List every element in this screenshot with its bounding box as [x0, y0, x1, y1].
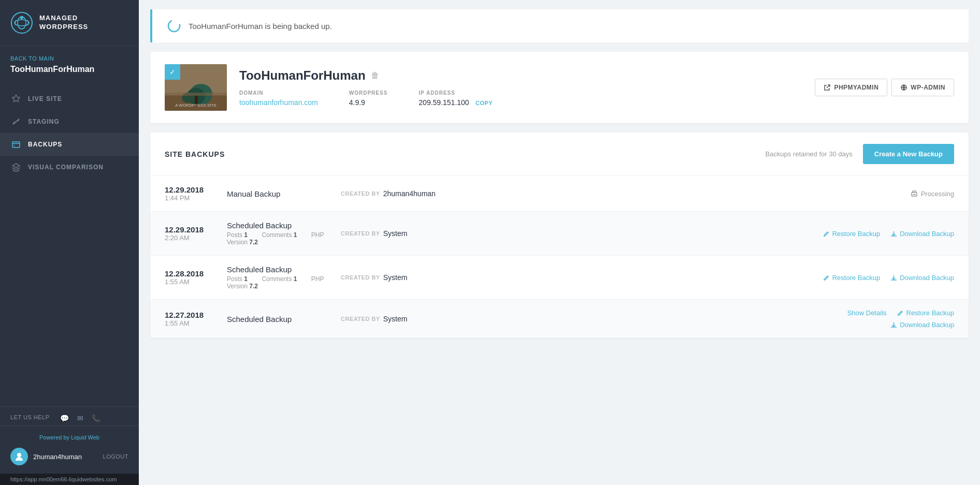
backup-actions-row-2: Restore Backup Download Backup — [823, 230, 954, 238]
svg-point-6 — [167, 19, 181, 33]
backup-date-main-1: 12.29.2018 — [165, 185, 227, 194]
backup-date-main-2: 12.29.2018 — [165, 225, 227, 234]
help-row: LET US HELP 💬 ✉ 📞 — [0, 406, 139, 425]
sidebar: MANAGED WORDPRESS BACK TO MAIN TooHumanF… — [0, 0, 139, 485]
trash-icon[interactable]: 🗑 — [371, 71, 379, 80]
restore-backup-button-4[interactable]: Restore Backup — [897, 309, 955, 317]
created-by-value-4: System — [383, 315, 408, 323]
wpadmin-button[interactable]: WP-ADMIN — [891, 79, 954, 96]
email-icon[interactable]: ✉ — [77, 414, 83, 422]
download-backup-button-4[interactable]: Download Backup — [890, 321, 954, 329]
site-title: TooHumanForHuman — [239, 68, 366, 83]
edit-icon — [823, 230, 830, 237]
logo-icon — [10, 11, 33, 34]
backup-date-1: 12.29.2018 1:44 PM — [165, 185, 227, 202]
site-meta: DOMAIN toohumanforhuman.com WORDPRESS 4.… — [239, 90, 802, 107]
chat-icon[interactable]: 💬 — [60, 414, 69, 422]
created-by-label-3: CREATED BY — [341, 274, 380, 281]
created-by-label-2: CREATED BY — [341, 230, 380, 237]
backup-date-time-1: 1:44 PM — [165, 194, 227, 202]
wordpress-label: WORDPRESS — [349, 90, 388, 96]
restore-backup-button-2[interactable]: Restore Backup — [823, 230, 881, 238]
sidebar-item-visual-comparison-label: VISUAL COMPARISON — [28, 164, 104, 171]
created-by-label-4: CREATED BY — [341, 316, 380, 322]
backup-created-col-4: CREATED BY System — [341, 315, 847, 323]
backups-header-right: Backups retained for 30 days Create a Ne… — [765, 144, 954, 164]
phpmyadmin-button[interactable]: PHPMYADMIN — [815, 79, 887, 96]
sidebar-nav: LIVE SITE STAGING BACKUPS — [0, 83, 139, 406]
site-thumbnail: ✓ A WORDPRESS SITE — [165, 64, 227, 111]
processing-label: Processing — [911, 190, 954, 198]
user-row: 2human4human LOGOUT — [10, 448, 128, 465]
back-to-main-link[interactable]: BACK TO MAIN — [0, 46, 139, 64]
ip-label: IP ADDRESS — [419, 90, 493, 96]
sidebar-item-backups[interactable]: BACKUPS — [0, 133, 139, 156]
sidebar-item-staging-label: STAGING — [28, 118, 60, 125]
phone-icon[interactable]: 📞 — [92, 414, 100, 422]
backup-date-3: 12.28.2018 1:55 AM — [165, 269, 227, 286]
backup-created-col-1: CREATED BY 2human4human — [341, 189, 911, 198]
wordpress-site-label: A WORDPRESS SITE — [175, 103, 217, 108]
backups-icon — [11, 140, 21, 149]
sidebar-item-live-site[interactable]: LIVE SITE — [0, 87, 139, 110]
show-details-button-4[interactable]: Show Details — [847, 309, 887, 317]
created-by-value-1: 2human4human — [383, 189, 436, 198]
backup-row: 12.27.2018 1:55 AM Scheduled Backup CREA… — [150, 300, 969, 338]
help-label: LET US HELP — [10, 414, 50, 422]
backup-meta-small-2: Posts 1 Comments 1 PHP Version 7.2 — [227, 231, 341, 246]
download-backup-button-2[interactable]: Download Backup — [890, 230, 954, 238]
powered-by-text: Powered by Liquid Web — [10, 434, 128, 440]
backup-actions-row-4b: Download Backup — [890, 321, 954, 329]
backup-created-col-2: CREATED BY System — [341, 229, 823, 238]
backup-type-2: Scheduled Backup — [227, 221, 341, 230]
sidebar-item-visual-comparison[interactable]: VISUAL COMPARISON — [0, 156, 139, 179]
checkmark-badge: ✓ — [165, 64, 180, 80]
site-info: TooHumanForHuman 🗑 DOMAIN toohumanforhum… — [239, 68, 802, 107]
star-icon — [11, 94, 21, 104]
meta-domain: DOMAIN toohumanforhuman.com — [239, 90, 318, 107]
thumbnail-image: ✓ A WORDPRESS SITE — [165, 64, 227, 111]
created-by-label-1: CREATED BY — [341, 190, 380, 197]
create-backup-button[interactable]: Create a New Backup — [863, 144, 954, 164]
backup-type-4: Scheduled Backup — [227, 315, 341, 324]
wrench-icon — [11, 117, 21, 126]
site-actions: PHPMYADMIN WP-ADMIN — [815, 79, 954, 96]
backup-date-2: 12.29.2018 2:20 AM — [165, 225, 227, 242]
status-bar: https://app.mn00em66-liquidwebsites.com — [0, 474, 139, 485]
backup-date-time-4: 1:55 AM — [165, 319, 227, 327]
sidebar-footer: Powered by Liquid Web 2human4human LOGOU… — [0, 425, 139, 474]
loading-icon — [167, 19, 181, 33]
backup-date-time-2: 2:20 AM — [165, 234, 227, 242]
download-icon — [890, 230, 897, 237]
backup-type-col-3: Scheduled Backup Posts 1 Comments 1 PHP … — [227, 265, 341, 290]
backup-meta-small-3: Posts 1 Comments 1 PHP Version 7.2 — [227, 275, 341, 290]
svg-point-5 — [17, 453, 21, 457]
backup-date-4: 12.27.2018 1:55 AM — [165, 311, 227, 327]
logout-button[interactable]: LOGOUT — [103, 453, 128, 460]
copy-ip-button[interactable]: COPY — [475, 100, 493, 106]
notification-text: TooHumanForHuman is being backed up. — [189, 22, 332, 31]
printer-icon — [911, 190, 918, 197]
restore-backup-button-3[interactable]: Restore Backup — [823, 274, 881, 282]
backup-row: 12.28.2018 1:55 AM Scheduled Backup Post… — [150, 256, 969, 300]
sidebar-item-staging[interactable]: STAGING — [0, 110, 139, 133]
backup-actions-2: Restore Backup Download Backup — [823, 230, 954, 238]
backup-type-1: Manual Backup — [227, 189, 341, 198]
sidebar-site-name: TooHumanForHuman — [0, 64, 139, 83]
logo-text: MANAGED WORDPRESS — [39, 14, 88, 32]
backup-actions-row-4a: Show Details Restore Backup — [847, 309, 954, 317]
backup-type-col-2: Scheduled Backup Posts 1 Comments 1 PHP … — [227, 221, 341, 246]
sidebar-item-live-site-label: LIVE SITE — [28, 95, 62, 102]
sidebar-item-backups-label: BACKUPS — [28, 141, 62, 148]
user-avatar — [10, 448, 28, 465]
edit-icon-4 — [897, 310, 904, 316]
backup-type-3: Scheduled Backup — [227, 265, 341, 274]
backup-actions-3: Restore Backup Download Backup — [823, 274, 954, 282]
backup-date-time-3: 1:55 AM — [165, 278, 227, 286]
retained-text: Backups retained for 30 days — [765, 150, 852, 158]
domain-link[interactable]: toohumanforhuman.com — [239, 98, 318, 107]
backups-section: SITE BACKUPS Backups retained for 30 day… — [150, 133, 969, 338]
download-backup-button-3[interactable]: Download Backup — [890, 274, 954, 282]
created-by-value-2: System — [383, 229, 408, 238]
backup-date-main-3: 12.28.2018 — [165, 269, 227, 278]
